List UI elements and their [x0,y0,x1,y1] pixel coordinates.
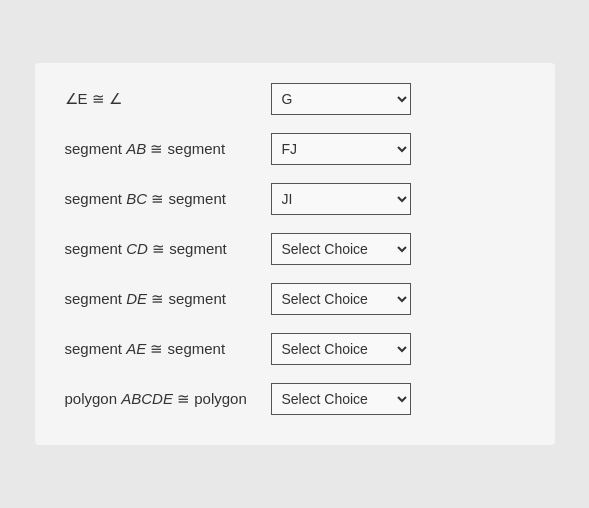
select-segment-ab[interactable]: FJ [271,133,411,165]
main-container: ∠E ≅ ∠ G segment AB ≅ segment FJ segment… [35,63,555,445]
select-angle-e[interactable]: G [271,83,411,115]
select-segment-bc[interactable]: JI [271,183,411,215]
row-angle-e: ∠E ≅ ∠ G [65,83,525,115]
label-segment-cd: segment CD ≅ segment [65,240,265,258]
label-segment-de: segment DE ≅ segment [65,290,265,308]
label-segment-ae: segment AE ≅ segment [65,340,265,358]
label-segment-ab: segment AB ≅ segment [65,140,265,158]
row-segment-bc: segment BC ≅ segment JI [65,183,525,215]
label-angle-e: ∠E ≅ ∠ [65,90,265,108]
select-segment-cd[interactable]: Select Choice [271,233,411,265]
row-segment-ab: segment AB ≅ segment FJ [65,133,525,165]
label-segment-bc: segment BC ≅ segment [65,190,265,208]
select-segment-de[interactable]: Select Choice [271,283,411,315]
select-polygon-abcde[interactable]: Select Choice [271,383,411,415]
row-polygon-abcde: polygon ABCDE ≅ polygon Select Choice [65,383,525,415]
label-polygon-abcde: polygon ABCDE ≅ polygon [65,390,265,408]
row-segment-de: segment DE ≅ segment Select Choice [65,283,525,315]
select-segment-ae[interactable]: Select Choice [271,333,411,365]
row-segment-cd: segment CD ≅ segment Select Choice [65,233,525,265]
row-segment-ae: segment AE ≅ segment Select Choice [65,333,525,365]
